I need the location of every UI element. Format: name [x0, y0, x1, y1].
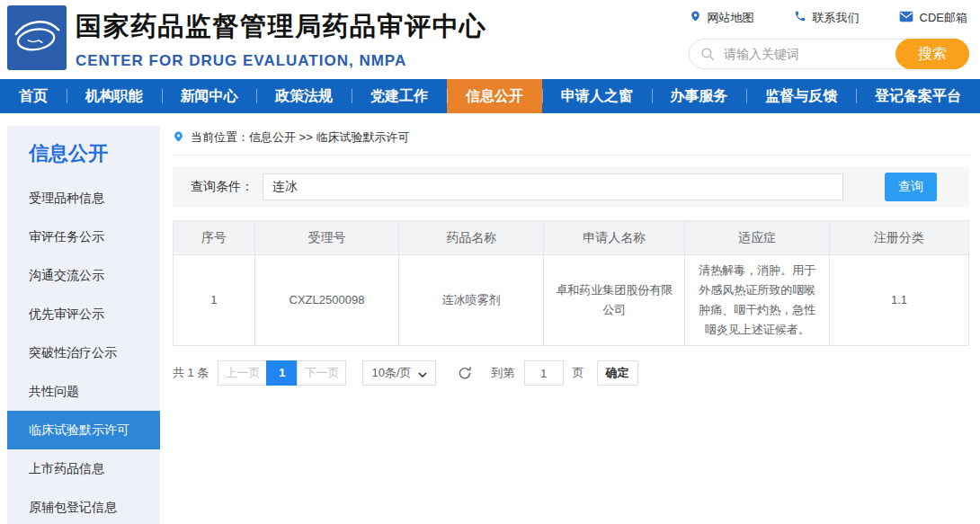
page-size-select[interactable]: 10条/页 [362, 360, 435, 386]
content: 信息公开 受理品种信息 审评任务公示 沟通交流公示 优先审评公示 突破性治疗公示… [0, 113, 980, 524]
page-size-value: 10条/页 [371, 365, 411, 381]
table-header-row: 序号 受理号 药品名称 申请人名称 适应症 注册分类 [174, 221, 969, 255]
query-label: 查询条件： [191, 179, 254, 195]
sidebar-item-marketed-drugs[interactable]: 上市药品信息 [7, 449, 160, 488]
goto-prefix-label: 到第 [492, 365, 515, 381]
total-count: 共 1 条 [173, 365, 209, 381]
pager: 上一页 1 下一页 [218, 360, 346, 386]
cell-drug-name: 连冰喷雾剂 [399, 255, 544, 346]
quick-links: 网站地图 联系我们 CDE邮箱 [690, 9, 967, 26]
sidebar-title: 信息公开 [7, 126, 160, 179]
cell-registration-class: 1.1 [830, 255, 969, 346]
main-nav: 首页 机构职能 新闻中心 政策法规 党建工作 信息公开 申请人之窗 办事服务 监… [0, 79, 980, 113]
sidebar-item-priority-review[interactable]: 优先审评公示 [7, 295, 160, 333]
nav-item-functions[interactable]: 机构职能 [67, 79, 162, 113]
envelope-icon [899, 11, 913, 25]
page: 国家药品监督管理局药品审评中心 CENTER FOR DRUG EVALUATI… [0, 0, 980, 524]
query-button[interactable]: 查询 [885, 173, 937, 201]
results-table: 序号 受理号 药品名称 申请人名称 适应症 注册分类 1 CXZL2500098… [173, 220, 969, 346]
nav-item-party[interactable]: 党建工作 [352, 79, 447, 113]
site-title: 国家药品监督管理局药品审评中心 [76, 9, 487, 45]
sidebar-item-breakthrough-therapy[interactable]: 突破性治疗公示 [7, 333, 160, 372]
query-input[interactable] [263, 173, 843, 200]
search-icon [700, 47, 715, 65]
contact-label: 联系我们 [813, 10, 860, 26]
col-header-acceptance-no: 受理号 [254, 221, 399, 255]
cell-seq: 1 [174, 255, 255, 346]
phone-icon [794, 10, 806, 25]
site-header: 国家药品监督管理局药品审评中心 CENTER FOR DRUG EVALUATI… [0, 0, 980, 79]
sidebar: 信息公开 受理品种信息 审评任务公示 沟通交流公示 优先审评公示 突破性治疗公示… [7, 126, 160, 524]
nav-item-home[interactable]: 首页 [0, 79, 67, 113]
nav-item-applicant-window[interactable]: 申请人之窗 [542, 79, 652, 113]
nav-item-supervision[interactable]: 监督与反馈 [746, 79, 856, 113]
col-header-drug-name: 药品名称 [399, 221, 544, 255]
table-row: 1 CXZL2500098 连冰喷雾剂 卓和药业集团股份有限公司 清热解毒，消肿… [174, 255, 969, 346]
mailbox-label: CDE邮箱 [920, 10, 967, 26]
sidebar-item-review-tasks[interactable]: 审评任务公示 [7, 218, 160, 256]
site-logo[interactable] [7, 5, 67, 70]
query-panel: 查询条件： 查询 [173, 166, 969, 208]
sidebar-item-excipient-registration[interactable]: 原辅包登记信息 [7, 488, 160, 524]
sidebar-item-communication[interactable]: 沟通交流公示 [7, 256, 160, 295]
nav-item-policies[interactable]: 政策法规 [256, 79, 352, 113]
cell-acceptance-no: CXZL2500098 [254, 255, 399, 346]
cell-applicant: 卓和药业集团股份有限公司 [544, 255, 685, 346]
cell-indication: 清热解毒，消肿。用于外感风热证所致的咽喉肿痛、咽干灼热，急性咽炎见上述证候者。 [685, 255, 830, 346]
cde-swoosh-icon [11, 8, 63, 67]
refresh-icon[interactable] [458, 366, 472, 380]
sidebar-item-common-issues[interactable]: 共性问题 [7, 372, 160, 411]
col-header-applicant: 申请人名称 [544, 221, 685, 255]
col-header-seq: 序号 [174, 221, 255, 255]
brand-titles: 国家药品监督管理局药品审评中心 CENTER FOR DRUG EVALUATI… [76, 9, 487, 70]
next-page-button[interactable]: 下一页 [297, 360, 346, 386]
location-pin-icon [690, 9, 701, 26]
sidebar-item-clinical-trial-implied-license[interactable]: 临床试验默示许可 [7, 411, 160, 449]
goto-page-input[interactable] [524, 360, 564, 386]
nav-item-services[interactable]: 办事服务 [652, 79, 747, 113]
nav-item-news[interactable]: 新闻中心 [162, 79, 257, 113]
breadcrumb-pin-icon [173, 129, 184, 147]
col-header-registration-class: 注册分类 [830, 221, 969, 255]
chevron-down-icon [418, 367, 427, 380]
pagination: 共 1 条 上一页 1 下一页 10条/页 到第 页 [173, 360, 969, 386]
search-button[interactable]: 搜索 [895, 39, 969, 69]
breadcrumb-text: 当前位置：信息公开 >> 临床试验默示许可 [191, 129, 409, 146]
site-search: 搜索 [689, 39, 969, 69]
nav-item-info-disclosure[interactable]: 信息公开 [447, 79, 542, 113]
contact-link[interactable]: 联系我们 [794, 9, 860, 26]
site-subtitle: CENTER FOR DRUG EVALUATION, NMPA [76, 52, 487, 70]
sitemap-link[interactable]: 网站地图 [690, 9, 754, 26]
page-1-button[interactable]: 1 [266, 360, 298, 386]
sidebar-item-accepted-varieties[interactable]: 受理品种信息 [7, 179, 160, 218]
nav-item-registration-platform[interactable]: 登记备案平台 [856, 79, 980, 113]
sitemap-label: 网站地图 [708, 10, 754, 26]
goto-suffix-label: 页 [573, 365, 584, 381]
divider [173, 155, 969, 155]
prev-page-button[interactable]: 上一页 [218, 360, 267, 386]
breadcrumb: 当前位置：信息公开 >> 临床试验默示许可 [173, 126, 969, 149]
main-panel: 当前位置：信息公开 >> 临床试验默示许可 查询条件： 查询 序号 受理号 药品… [173, 126, 969, 524]
col-header-indication: 适应症 [685, 221, 830, 255]
confirm-button[interactable]: 确定 [597, 360, 638, 386]
mailbox-link[interactable]: CDE邮箱 [899, 9, 967, 26]
